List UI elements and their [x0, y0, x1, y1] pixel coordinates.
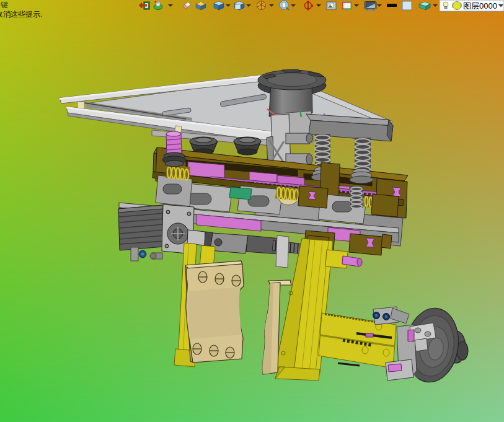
- svg-text:图层0000: 图层0000: [463, 1, 497, 11]
